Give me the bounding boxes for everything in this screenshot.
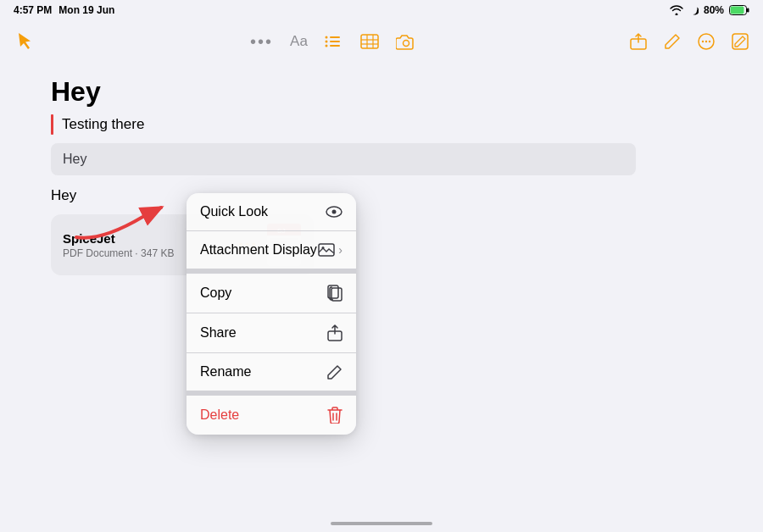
camera-icon[interactable] — [396, 33, 416, 50]
menu-label-rename: Rename — [200, 364, 251, 380]
menu-item-copy[interactable]: Copy — [187, 274, 356, 313]
moon-icon — [688, 5, 699, 15]
toolbar-left — [14, 30, 37, 53]
menu-label-delete: Delete — [200, 407, 239, 423]
svg-rect-8 — [330, 45, 340, 47]
dots-menu[interactable]: ••• — [250, 32, 273, 52]
menu-label-quick-look: Quick Look — [200, 204, 268, 219]
status-right: 80% — [670, 4, 749, 16]
svg-rect-6 — [330, 41, 340, 42]
toolbar-compose-icon[interactable] — [731, 32, 749, 51]
chevron-right-icon: › — [338, 243, 343, 257]
svg-point-7 — [325, 45, 327, 47]
svg-point-14 — [403, 41, 409, 47]
subtitle-bar: Testing there — [51, 114, 712, 135]
battery-icon — [729, 5, 749, 15]
menu-item-attachment-display[interactable]: Attachment Display › — [187, 231, 356, 269]
note-area: Hey Testing there Hey Hey SpiceJet PDF D… — [0, 63, 763, 289]
format-text-icon[interactable]: Aa — [290, 33, 308, 50]
menu-item-share[interactable]: Share — [187, 313, 356, 352]
table-icon[interactable] — [360, 34, 379, 49]
menu-item-rename[interactable]: Rename — [187, 353, 356, 391]
toolbar-bubble-icon[interactable] — [697, 32, 716, 51]
context-menu: Quick Look Attachment Display › Copy Sha — [187, 193, 356, 435]
note-title: Hey — [51, 76, 712, 108]
svg-rect-4 — [330, 36, 340, 38]
time: 4:57 PM — [14, 4, 52, 16]
svg-rect-9 — [361, 35, 378, 48]
note-input-box: Hey — [51, 143, 636, 175]
rename-icon — [327, 364, 343, 380]
cursor-icon[interactable] — [14, 30, 37, 53]
note-subtitle: Testing there — [62, 116, 144, 133]
wifi-icon — [670, 5, 683, 15]
status-left: 4:57 PM Mon 19 Jun — [14, 4, 114, 16]
toolbar-share-icon[interactable] — [629, 32, 648, 51]
svg-point-5 — [325, 41, 327, 43]
toolbar-right — [629, 32, 749, 51]
battery-percent: 80% — [704, 4, 724, 16]
date: Mon 19 Jun — [58, 4, 114, 16]
menu-item-quick-look[interactable]: Quick Look — [187, 193, 356, 230]
image-icon — [318, 243, 335, 257]
menu-label-share: Share — [200, 325, 237, 341]
arrow-annotation — [68, 195, 178, 249]
list-icon[interactable] — [325, 34, 343, 49]
status-bar: 4:57 PM Mon 19 Jun 80% — [0, 0, 763, 20]
menu-label-attachment-display: Attachment Display — [200, 242, 317, 258]
svg-rect-2 — [731, 7, 744, 14]
toolbar-pencil-icon[interactable] — [663, 32, 682, 51]
home-indicator — [331, 522, 432, 525]
svg-rect-1 — [747, 8, 749, 13]
red-line-decoration — [51, 114, 53, 135]
svg-point-18 — [705, 41, 707, 42]
svg-point-24 — [332, 210, 337, 214]
svg-point-17 — [702, 41, 704, 42]
red-arrow-svg — [68, 195, 178, 246]
eye-icon — [326, 205, 343, 219]
toolbar: ••• Aa — [0, 20, 763, 63]
toolbar-center: ••• Aa — [250, 32, 416, 52]
trash-icon — [327, 407, 343, 424]
svg-point-3 — [325, 36, 327, 39]
menu-label-copy: Copy — [200, 285, 231, 301]
share-icon — [327, 324, 343, 341]
menu-item-delete[interactable]: Delete — [187, 396, 356, 435]
copy-icon — [327, 285, 343, 302]
svg-point-19 — [709, 41, 710, 42]
